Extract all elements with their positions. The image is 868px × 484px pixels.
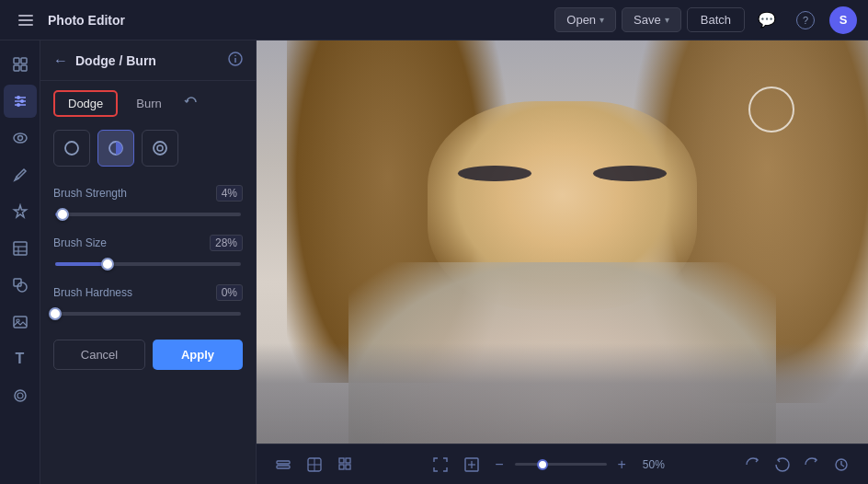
icon-bar-effects[interactable]: [4, 379, 37, 412]
brush-hardness-thumb[interactable]: [49, 307, 62, 320]
svg-rect-0: [14, 58, 19, 63]
panel-tabs: Dodge Burn: [40, 81, 256, 126]
icon-bar-shapes[interactable]: [4, 269, 37, 302]
hamburger-button[interactable]: [11, 6, 40, 35]
panel-title: Dodge / Burn: [75, 53, 221, 68]
reset-icon-button[interactable]: [184, 95, 199, 113]
svg-point-9: [17, 103, 20, 107]
zoom-out-button[interactable]: −: [491, 454, 507, 476]
top-bar-center: Open ▾ Save ▾ Batch: [554, 7, 745, 32]
grid-button[interactable]: [334, 453, 358, 477]
rotate-button[interactable]: [741, 453, 765, 477]
brush-hardness-track: [55, 312, 241, 316]
top-bar: Photo Editor Open ▾ Save ▾ Batch 💬 ? S: [0, 0, 868, 40]
brush-size-track: [55, 262, 241, 266]
batch-button[interactable]: Batch: [687, 7, 745, 32]
mode-half-circle[interactable]: [97, 130, 134, 167]
tab-dodge[interactable]: Dodge: [53, 90, 118, 117]
canvas-area[interactable]: − + 50%: [257, 40, 868, 484]
svg-point-20: [15, 390, 26, 401]
crop-zoom-button[interactable]: [460, 453, 484, 477]
hamburger-icon: [15, 11, 37, 29]
save-chevron-icon: ▾: [665, 15, 669, 25]
zoom-thumb: [537, 459, 548, 470]
svg-point-7: [20, 99, 24, 103]
apply-button[interactable]: Apply: [153, 340, 243, 370]
redo-button[interactable]: [800, 453, 824, 477]
icon-bar-brush[interactable]: [4, 158, 37, 191]
icon-bar-grid[interactable]: [4, 48, 37, 81]
eye-right: [593, 166, 667, 182]
brush-size-thumb[interactable]: [101, 258, 114, 271]
undo-button[interactable]: [771, 453, 794, 477]
mode-circle[interactable]: [53, 130, 90, 167]
icon-bar-sliders[interactable]: [4, 85, 37, 118]
brush-size-label: Brush Size: [53, 236, 107, 249]
brush-strength-label: Brush Strength: [53, 187, 127, 200]
zoom-in-button[interactable]: +: [614, 454, 630, 476]
app-title: Photo Editor: [48, 13, 125, 28]
top-bar-left: Photo Editor: [11, 6, 547, 35]
panel-header: ← Dodge / Burn: [40, 40, 256, 81]
svg-rect-35: [346, 458, 350, 463]
avatar-button[interactable]: S: [829, 6, 857, 34]
svg-rect-1: [21, 58, 27, 63]
brush-size-row: Brush Size 28%: [53, 235, 243, 271]
clothing: [257, 343, 868, 444]
zoom-slider[interactable]: [515, 463, 607, 466]
info-button[interactable]: [228, 52, 243, 69]
bottom-bar: − + 50%: [257, 444, 868, 484]
svg-rect-34: [339, 458, 344, 463]
layers-button[interactable]: [271, 453, 295, 477]
svg-point-28: [157, 145, 163, 151]
zoom-label: 50%: [637, 458, 670, 471]
cancel-button[interactable]: Cancel: [53, 340, 145, 370]
zoom-in-icon: +: [618, 457, 626, 472]
icon-bar-magic[interactable]: [4, 195, 37, 228]
icon-bar-table[interactable]: [4, 232, 37, 265]
message-button[interactable]: 💬: [752, 6, 782, 35]
brush-size-label-row: Brush Size 28%: [53, 235, 243, 251]
brush-strength-track: [55, 213, 241, 216]
panel-footer: Cancel Apply: [40, 328, 256, 381]
svg-point-19: [17, 319, 19, 322]
brush-strength-thumb[interactable]: [56, 208, 69, 221]
text-icon: T: [16, 351, 25, 367]
svg-point-21: [17, 393, 23, 398]
help-button[interactable]: ?: [791, 6, 820, 35]
brush-size-fill: [55, 262, 108, 266]
svg-rect-2: [14, 65, 19, 71]
svg-rect-3: [21, 65, 27, 71]
top-bar-right: 💬 ? S: [752, 6, 857, 35]
svg-rect-36: [339, 465, 344, 469]
brush-size-value: 28%: [210, 235, 243, 251]
mask-button[interactable]: [303, 453, 326, 477]
svg-point-25: [65, 142, 78, 155]
save-button[interactable]: Save ▾: [622, 7, 681, 32]
bottom-center: − + 50%: [428, 453, 670, 477]
tab-burn[interactable]: Burn: [121, 90, 176, 117]
open-button[interactable]: Open ▾: [554, 7, 616, 32]
message-icon: 💬: [758, 11, 776, 29]
zoom-out-icon: −: [495, 457, 503, 472]
svg-rect-12: [14, 242, 27, 255]
bottom-left: [271, 453, 358, 477]
bottom-right: [741, 453, 853, 477]
svg-point-16: [17, 282, 27, 292]
mode-target[interactable]: [142, 130, 178, 167]
history-button[interactable]: [829, 453, 853, 477]
help-icon: ?: [796, 11, 815, 29]
svg-rect-29: [277, 461, 290, 464]
back-button[interactable]: ←: [53, 52, 68, 69]
icon-bar-text[interactable]: T: [4, 342, 37, 375]
svg-point-10: [14, 133, 27, 143]
icon-bar-eye[interactable]: [4, 121, 37, 155]
svg-rect-37: [346, 465, 350, 469]
svg-point-11: [17, 136, 22, 141]
fit-screen-button[interactable]: [428, 453, 452, 477]
icon-bar: T: [0, 40, 40, 484]
panel: ← Dodge / Burn Dodge Burn: [40, 40, 257, 484]
brush-strength-label-row: Brush Strength 4%: [53, 185, 243, 202]
icon-bar-photo[interactable]: [4, 305, 37, 339]
main-area: T ← Dodge / Burn Dodge Burn: [0, 40, 868, 484]
